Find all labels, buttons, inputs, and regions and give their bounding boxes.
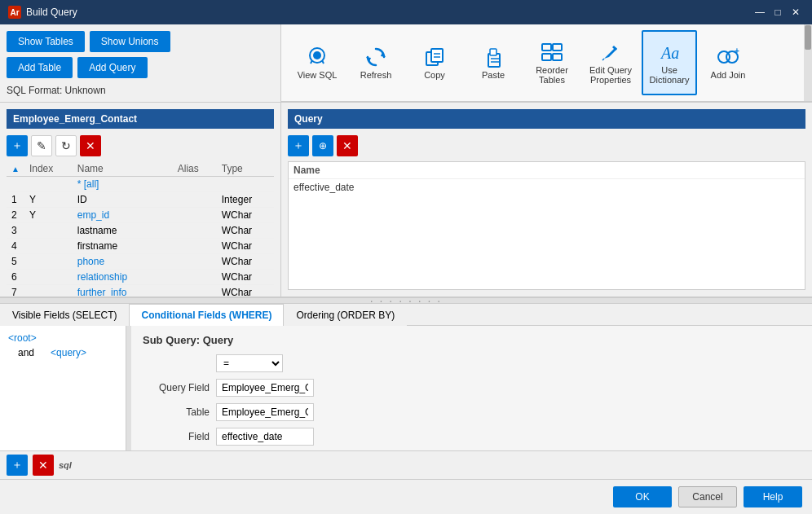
row-name[interactable]: ID bbox=[73, 192, 173, 208]
query-panel-header: Query bbox=[288, 109, 805, 129]
cancel-button[interactable]: Cancel bbox=[678, 486, 737, 507]
query-field-row[interactable]: effective_date bbox=[289, 179, 805, 195]
query-field-input[interactable] bbox=[216, 379, 314, 397]
maximize-button[interactable]: □ bbox=[770, 4, 786, 20]
add-table-button[interactable]: Add Table bbox=[7, 57, 73, 78]
table-row[interactable]: * [all] bbox=[7, 177, 274, 192]
operator-select[interactable]: = bbox=[216, 354, 283, 372]
table-row[interactable]: 5phoneWChar bbox=[7, 254, 274, 270]
sql-format-value: Unknown bbox=[65, 85, 106, 96]
add-join-button[interactable]: + Add Join bbox=[700, 30, 756, 95]
row-index: Y bbox=[24, 208, 73, 223]
row-number bbox=[7, 177, 24, 192]
subquery-title: Sub Query: Query bbox=[143, 334, 801, 346]
tab-visible-fields[interactable]: Visible Fields (SELECT) bbox=[0, 304, 129, 326]
field-link[interactable]: further_info bbox=[77, 287, 127, 298]
use-dictionary-button[interactable]: Aa Use Dictionary bbox=[642, 30, 697, 95]
row-alias bbox=[173, 270, 217, 285]
query-panel-toolbar: ＋ ⊕ ✕ bbox=[288, 132, 805, 160]
reorder-tables-label: Reorder Tables bbox=[528, 65, 576, 85]
row-number: 6 bbox=[7, 270, 24, 285]
refresh-label: Refresh bbox=[360, 70, 392, 80]
view-sql-icon bbox=[306, 46, 329, 68]
row-index bbox=[24, 239, 73, 254]
row-alias bbox=[173, 177, 217, 192]
row-index bbox=[24, 177, 73, 192]
refresh-icon bbox=[364, 46, 387, 68]
tab-ordering[interactable]: Ordering (ORDER BY) bbox=[284, 304, 407, 326]
table-row[interactable]: 2Yemp_idWChar bbox=[7, 208, 274, 223]
svg-line-3 bbox=[322, 60, 324, 64]
row-name[interactable]: firstname bbox=[73, 239, 173, 254]
svg-rect-15 bbox=[553, 44, 562, 51]
remove-field-button[interactable]: ✕ bbox=[80, 135, 101, 156]
edit-query-properties-button[interactable]: Edit Query Properties bbox=[583, 30, 638, 95]
and-label: and bbox=[18, 347, 34, 358]
field-link[interactable]: phone bbox=[77, 256, 104, 267]
show-unions-button[interactable]: Show Unions bbox=[90, 31, 170, 52]
toggle-query-field-button[interactable]: ⊕ bbox=[312, 135, 333, 156]
alias-col-header: Alias bbox=[173, 161, 217, 177]
tab-conditional-fields[interactable]: Conditional Fields (WHERE) bbox=[129, 304, 284, 326]
row-name[interactable]: lastname bbox=[73, 223, 173, 239]
row-type bbox=[217, 177, 274, 192]
tree-root[interactable]: <root> bbox=[5, 331, 121, 345]
table-row[interactable]: 4firstnameWChar bbox=[7, 239, 274, 254]
svg-rect-7 bbox=[431, 49, 443, 62]
add-field-button[interactable]: ＋ bbox=[7, 135, 28, 156]
tree-panel: <root> and <query> bbox=[0, 326, 126, 450]
refresh-button[interactable]: Refresh bbox=[348, 30, 404, 95]
sql-icon: sql bbox=[59, 460, 72, 470]
field-link[interactable]: * [all] bbox=[77, 178, 99, 190]
refresh-field-button[interactable]: ↻ bbox=[55, 135, 77, 156]
row-alias bbox=[173, 254, 217, 270]
ribbon-scrollbar[interactable] bbox=[804, 24, 812, 101]
query-tag[interactable]: <query> bbox=[51, 347, 86, 358]
row-alias bbox=[173, 192, 217, 208]
field-input[interactable] bbox=[216, 428, 314, 446]
reorder-tables-button[interactable]: Reorder Tables bbox=[524, 30, 580, 95]
paste-button[interactable]: Paste bbox=[466, 30, 521, 95]
row-name[interactable]: phone bbox=[73, 254, 173, 270]
svg-text:Aa: Aa bbox=[660, 44, 679, 62]
ok-button[interactable]: OK bbox=[613, 486, 672, 507]
edit-field-button[interactable]: ✎ bbox=[31, 135, 52, 156]
add-condition-button[interactable]: ＋ bbox=[7, 455, 28, 476]
table-row[interactable]: 1YIDInteger bbox=[7, 192, 274, 208]
add-query-field-button[interactable]: ＋ bbox=[288, 135, 309, 156]
svg-line-2 bbox=[311, 60, 312, 64]
row-name[interactable]: * [all] bbox=[73, 177, 173, 192]
resize-handle[interactable]: · · · · · · · · bbox=[0, 297, 812, 304]
help-button[interactable]: Help bbox=[744, 486, 802, 507]
row-type: WChar bbox=[217, 239, 274, 254]
table-input[interactable] bbox=[216, 403, 314, 421]
table-row[interactable]: 3lastnameWChar bbox=[7, 223, 274, 239]
ribbon-scrollbar-thumb bbox=[805, 25, 811, 50]
table-row[interactable]: 6relationshipWChar bbox=[7, 270, 274, 285]
field-link[interactable]: relationship bbox=[77, 271, 127, 283]
ribbon-toolbar: View SQL Refresh bbox=[281, 24, 812, 102]
window-controls: — □ ✕ bbox=[752, 4, 804, 20]
view-sql-button[interactable]: View SQL bbox=[289, 30, 345, 95]
index-col-header: Index bbox=[24, 161, 73, 177]
remove-condition-button[interactable]: ✕ bbox=[33, 455, 54, 476]
close-button[interactable]: ✕ bbox=[788, 4, 804, 20]
show-tables-button[interactable]: Show Tables bbox=[7, 31, 85, 52]
row-name[interactable]: relationship bbox=[73, 270, 173, 285]
toolbar-row-2: Add Table Add Query bbox=[7, 57, 274, 78]
bottom-area: Visible Fields (SELECT) Conditional Fiel… bbox=[0, 304, 812, 479]
paste-icon bbox=[482, 46, 505, 68]
remove-query-field-button[interactable]: ✕ bbox=[337, 135, 358, 156]
type-col-header: Type bbox=[217, 161, 274, 177]
copy-button[interactable]: Copy bbox=[407, 30, 462, 95]
bottom-toolbar: ＋ ✕ sql bbox=[0, 450, 812, 479]
content-area: Employee_Emerg_Contact ＋ ✎ ↻ ✕ ▲ Index N… bbox=[0, 103, 812, 297]
row-name[interactable]: emp_id bbox=[73, 208, 173, 223]
minimize-button[interactable]: — bbox=[752, 4, 768, 20]
table-panel: Employee_Emerg_Contact ＋ ✎ ↻ ✕ ▲ Index N… bbox=[0, 103, 281, 297]
field-label: Field bbox=[143, 431, 216, 442]
field-link[interactable]: emp_id bbox=[77, 209, 109, 221]
table-panel-header: Employee_Emerg_Contact bbox=[7, 109, 274, 129]
add-query-button[interactable]: Add Query bbox=[77, 57, 147, 78]
row-number: 2 bbox=[7, 208, 24, 223]
